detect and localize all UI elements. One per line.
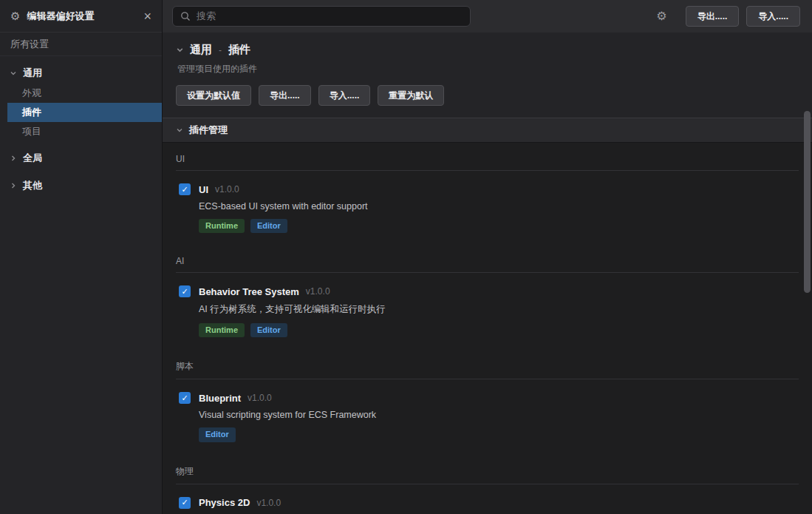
action-bar: 设置为默认值 导出..... 导入..... 重置为默认 xyxy=(176,85,799,106)
set-default-button[interactable]: 设置为默认值 xyxy=(176,85,251,106)
plugin-enabled-checkbox[interactable]: ✓ xyxy=(179,392,191,404)
plugin-enabled-checkbox[interactable]: ✓ xyxy=(179,285,191,297)
plugin-badges: Runtime Editor xyxy=(199,323,799,337)
plugin-head: ✓ UI v1.0.0 xyxy=(179,183,799,195)
sidebar-group-other[interactable]: 其他 xyxy=(0,175,162,196)
export-settings-button[interactable]: 导出..... xyxy=(259,85,311,106)
plugin-badges: Runtime Editor xyxy=(199,219,799,233)
editor-badge: Editor xyxy=(199,427,236,442)
chevron-right-icon xyxy=(10,182,17,189)
category-label: UI xyxy=(176,143,799,170)
export-button[interactable]: 导出..... xyxy=(686,6,740,27)
category-label: AI xyxy=(176,245,799,272)
window-title: 编辑器偏好设置 xyxy=(27,10,143,23)
plugin-list: UI ✓ UI v1.0.0 ECS-based UI system with … xyxy=(163,143,812,514)
reset-default-button[interactable]: 重置为默认 xyxy=(378,85,444,106)
plugin-badges: Editor xyxy=(199,427,799,442)
import-button[interactable]: 导入..... xyxy=(746,6,800,27)
editor-badge: Editor xyxy=(250,323,287,337)
list-item-plugin-behavior-tree: ✓ Behavior Tree System v1.0.0 AI 行为树系统，支… xyxy=(176,273,799,349)
plugin-enabled-checkbox[interactable]: ✓ xyxy=(179,497,191,509)
plugin-name: Physics 2D xyxy=(199,497,250,508)
plugin-version: v1.0.0 xyxy=(256,498,281,508)
plugin-head: ✓ Physics 2D v1.0.0 xyxy=(179,497,799,509)
vertical-scrollbar[interactable] xyxy=(804,111,811,293)
section-header-plugin-management[interactable]: 插件管理 xyxy=(163,118,812,143)
sidebar: ⚙ 编辑器偏好设置 × 所有设置 通用 外观 插件 项目 全局 其他 xyxy=(0,0,163,514)
list-item-plugin-ui: ✓ UI v1.0.0 ECS-based UI system with edi… xyxy=(176,171,799,245)
plugin-enabled-checkbox[interactable]: ✓ xyxy=(179,183,191,195)
plugin-description: ECS-based UI system with editor support xyxy=(199,201,799,212)
sidebar-group-label: 其他 xyxy=(23,179,42,192)
breadcrumb-separator: - xyxy=(219,45,222,55)
category-label: 物理 xyxy=(176,454,799,484)
section-title: 插件管理 xyxy=(189,124,228,137)
plugin-name: Behavior Tree System xyxy=(199,286,299,297)
page-subtitle: 管理项目使用的插件 xyxy=(177,63,799,75)
sidebar-group-label: 通用 xyxy=(23,67,42,80)
plugin-name: Blueprint xyxy=(199,393,241,404)
chevron-down-icon xyxy=(10,70,17,77)
chevron-right-icon xyxy=(10,155,17,162)
plugin-version: v1.0.0 xyxy=(248,393,272,403)
plugin-head: ✓ Blueprint v1.0.0 xyxy=(179,392,799,404)
page-header: 通用 - 插件 管理项目使用的插件 设置为默认值 导出..... 导入.....… xyxy=(163,33,812,118)
import-settings-button[interactable]: 导入..... xyxy=(318,85,371,106)
breadcrumb-current: 插件 xyxy=(228,43,250,57)
sidebar-item-project[interactable]: 项目 xyxy=(7,122,162,141)
editor-badge: Editor xyxy=(250,219,287,233)
search-icon xyxy=(180,11,191,21)
sidebar-group-general[interactable]: 通用 xyxy=(0,63,162,84)
sidebar-group-global[interactable]: 全局 xyxy=(0,148,162,169)
sidebar-item-all-settings[interactable]: 所有设置 xyxy=(0,33,162,56)
breadcrumb-parent[interactable]: 通用 xyxy=(190,43,212,57)
runtime-badge: Runtime xyxy=(199,219,245,233)
list-item-plugin-blueprint: ✓ Blueprint v1.0.0 Visual scripting syst… xyxy=(176,379,799,453)
runtime-badge: Runtime xyxy=(199,323,245,337)
topbar: 搜索 ⚙ 导出..... 导入..... xyxy=(163,0,812,33)
main-panel: 搜索 ⚙ 导出..... 导入..... 通用 - 插件 管理项目使用的插件 设… xyxy=(163,0,812,514)
plugin-version: v1.0.0 xyxy=(306,286,330,297)
category-label: 脚本 xyxy=(176,349,799,379)
plugin-description: AI 行为树系统，支持可视化编辑和运行时执行 xyxy=(199,303,799,316)
chevron-down-icon[interactable] xyxy=(176,46,184,54)
plugin-head: ✓ Behavior Tree System v1.0.0 xyxy=(179,285,799,297)
sidebar-item-appearance[interactable]: 外观 xyxy=(7,84,162,103)
settings-gear-icon[interactable]: ⚙ xyxy=(656,10,666,22)
search-input[interactable]: 搜索 xyxy=(172,6,471,27)
plugin-name: UI xyxy=(199,184,208,195)
sidebar-header: ⚙ 编辑器偏好设置 × xyxy=(0,0,162,33)
plugin-description: Visual scripting system for ECS Framewor… xyxy=(199,410,799,420)
gear-icon: ⚙ xyxy=(10,10,20,21)
plugin-version: v1.0.0 xyxy=(215,184,239,195)
list-item-plugin-physics-2d: ✓ Physics 2D v1.0.0 Deterministic 2D phy… xyxy=(176,484,799,514)
sidebar-item-plugins[interactable]: 插件 xyxy=(7,103,162,122)
preferences-window: ⚙ 编辑器偏好设置 × 所有设置 通用 外观 插件 项目 全局 其他 xyxy=(0,0,812,514)
search-placeholder: 搜索 xyxy=(197,10,216,23)
breadcrumb: 通用 - 插件 xyxy=(176,43,799,57)
close-icon[interactable]: × xyxy=(143,10,151,23)
sidebar-group-label: 全局 xyxy=(23,152,42,165)
chevron-down-icon xyxy=(176,126,183,134)
